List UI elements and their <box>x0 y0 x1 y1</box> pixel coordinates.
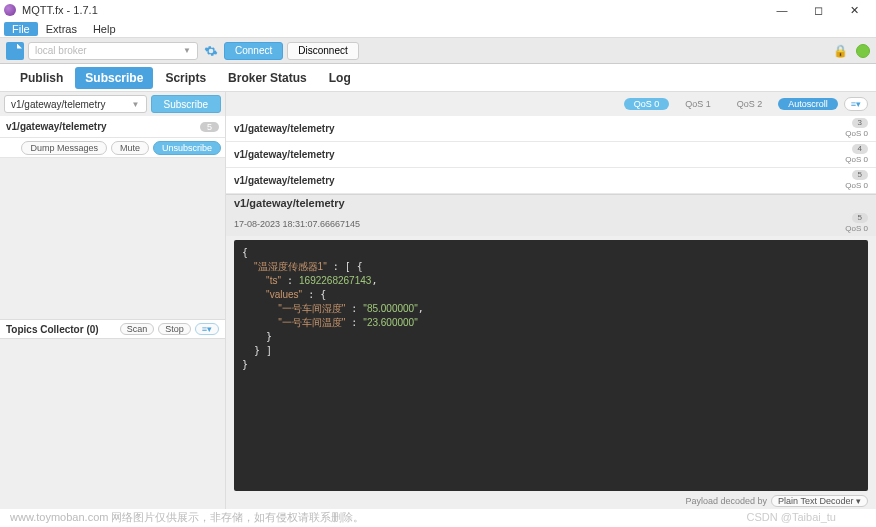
tab-subscribe[interactable]: Subscribe <box>75 67 153 89</box>
broker-select[interactable]: local broker ▼ <box>28 42 198 60</box>
topic-input-value: v1/gateway/telemetry <box>11 99 106 110</box>
message-meta: 3 QoS 0 <box>845 118 868 139</box>
detail-seq: 5 <box>852 213 868 223</box>
autoscroll-toggle[interactable]: Autoscroll <box>778 98 838 110</box>
qos-2-chip[interactable]: QoS 2 <box>727 98 773 110</box>
qos-0-chip[interactable]: QoS 0 <box>624 98 670 110</box>
maximize-button[interactable]: ◻ <box>800 0 836 20</box>
detail-timestamp: 17-08-2023 18:31:07.66667145 <box>234 219 360 229</box>
topics-collector-empty <box>0 339 225 509</box>
gear-icon <box>204 44 218 58</box>
subscribed-topic-actions: Dump Messages Mute Unsubscribe <box>0 138 225 158</box>
settings-button[interactable] <box>202 42 220 60</box>
menu-bar: File Extras Help <box>0 20 876 38</box>
chevron-down-icon: ▼ <box>132 100 140 109</box>
detail-meta: 5 QoS 0 <box>845 213 868 234</box>
message-seq: 3 <box>852 118 868 128</box>
close-button[interactable]: ✕ <box>836 0 872 20</box>
message-qos: QoS 0 <box>845 129 868 139</box>
message-meta: 5 QoS 0 <box>845 170 868 191</box>
window-titlebar: MQTT.fx - 1.7.1 — ◻ ✕ <box>0 0 876 20</box>
qos-filter-row: QoS 0 QoS 1 QoS 2 Autoscroll ≡▾ <box>226 92 876 116</box>
message-row[interactable]: v1/gateway/telemetry 3 QoS 0 <box>226 116 876 142</box>
message-meta: 4 QoS 0 <box>845 144 868 165</box>
topics-collector-menu[interactable]: ≡▾ <box>195 323 219 335</box>
chevron-down-icon: ▼ <box>183 46 191 55</box>
message-seq: 5 <box>852 170 868 180</box>
message-row[interactable]: v1/gateway/telemetry 5 QoS 0 <box>226 168 876 194</box>
tab-publish[interactable]: Publish <box>10 67 73 89</box>
watermark-right: CSDN @Taibai_tu <box>747 511 836 523</box>
subscribe-bar: v1/gateway/telemetry ▼ Subscribe <box>0 92 225 116</box>
message-topic: v1/gateway/telemetry <box>234 175 845 186</box>
message-seq: 4 <box>852 144 868 154</box>
tab-log[interactable]: Log <box>319 67 361 89</box>
subscribed-topic-name: v1/gateway/telemetry <box>6 121 200 132</box>
payload-footer: Payload decoded by Plain Text Decoder ▾ <box>226 493 876 509</box>
lock-icon: 🔒 <box>833 44 848 58</box>
message-list-menu[interactable]: ≡▾ <box>844 97 868 111</box>
page-watermark: www.toymoban.com 网络图片仅供展示，非存储，如有侵权请联系删除。… <box>10 509 866 525</box>
decoder-select[interactable]: Plain Text Decoder ▾ <box>771 495 868 507</box>
message-detail-subheader: 17-08-2023 18:31:07.66667145 5 QoS 0 <box>226 211 876 236</box>
subscribed-topic-row[interactable]: v1/gateway/telemetry 5 <box>0 116 225 138</box>
subscribe-right-panel: QoS 0 QoS 1 QoS 2 Autoscroll ≡▾ v1/gatew… <box>226 92 876 509</box>
qos-1-chip[interactable]: QoS 1 <box>675 98 721 110</box>
unsubscribe-button[interactable]: Unsubscribe <box>153 141 221 155</box>
topic-input[interactable]: v1/gateway/telemetry ▼ <box>4 95 147 113</box>
message-count-badge: 5 <box>200 122 219 132</box>
detail-qos: QoS 0 <box>845 224 868 234</box>
minimize-button[interactable]: — <box>764 0 800 20</box>
payload-view[interactable]: { "温湿度传感器1" : [ { "ts" : 1692268267143, … <box>234 240 868 491</box>
menu-extras[interactable]: Extras <box>38 22 85 36</box>
menu-help[interactable]: Help <box>85 22 124 36</box>
app-icon <box>4 4 16 16</box>
window-title: MQTT.fx - 1.7.1 <box>22 4 764 16</box>
subscribe-button[interactable]: Subscribe <box>151 95 221 113</box>
dump-messages-button[interactable]: Dump Messages <box>21 141 107 155</box>
connection-status-indicator <box>856 44 870 58</box>
message-topic: v1/gateway/telemetry <box>234 123 845 134</box>
tab-broker-status[interactable]: Broker Status <box>218 67 317 89</box>
topics-collector-label: Topics Collector (0) <box>6 324 116 335</box>
topics-collector-bar: Topics Collector (0) Scan Stop ≡▾ <box>0 319 225 339</box>
mute-button[interactable]: Mute <box>111 141 149 155</box>
new-connection-icon[interactable] <box>6 42 24 60</box>
message-row[interactable]: v1/gateway/telemetry 4 QoS 0 <box>226 142 876 168</box>
connection-toolbar: local broker ▼ Connect Disconnect 🔒 <box>0 38 876 64</box>
broker-select-placeholder: local broker <box>35 45 87 56</box>
left-empty-area <box>0 158 225 319</box>
scan-button[interactable]: Scan <box>120 323 155 335</box>
menu-file[interactable]: File <box>4 22 38 36</box>
detail-topic: v1/gateway/telemetry <box>234 197 868 209</box>
disconnect-button[interactable]: Disconnect <box>287 42 358 60</box>
message-topic: v1/gateway/telemetry <box>234 149 845 160</box>
payload-decoded-label: Payload decoded by <box>686 496 768 506</box>
main-tabs: Publish Subscribe Scripts Broker Status … <box>0 64 876 92</box>
watermark-left: www.toymoban.com 网络图片仅供展示，非存储，如有侵权请联系删除。 <box>10 510 364 525</box>
main-area: v1/gateway/telemetry ▼ Subscribe v1/gate… <box>0 92 876 509</box>
subscribe-left-panel: v1/gateway/telemetry ▼ Subscribe v1/gate… <box>0 92 226 509</box>
message-detail-header: v1/gateway/telemetry <box>226 194 876 211</box>
message-qos: QoS 0 <box>845 155 868 165</box>
stop-button[interactable]: Stop <box>158 323 191 335</box>
connect-button[interactable]: Connect <box>224 42 283 60</box>
tab-scripts[interactable]: Scripts <box>155 67 216 89</box>
message-qos: QoS 0 <box>845 181 868 191</box>
